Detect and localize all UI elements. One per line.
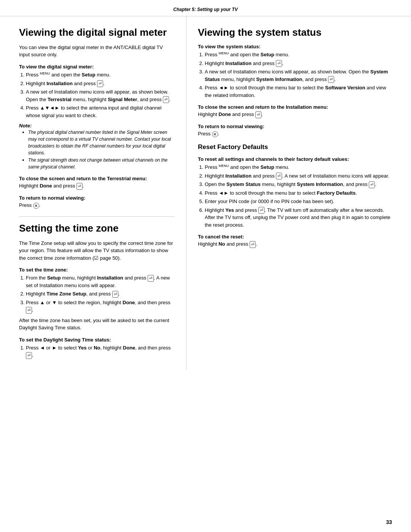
left-column: Viewing the digital signal meter You can… [0,16,186,370]
exit-icon: ✕ [212,131,218,137]
list-item: Press ◄► to scroll through the menu bar … [205,189,392,197]
enter-icon: ⏎ [328,76,334,83]
left-s1-sub2-text: Highlight Done and press ⏎. [19,183,175,190]
list-item: A new set of Installation menu icons wil… [26,88,175,103]
list-item: Open the System Status menu, highlight S… [205,181,392,188]
section-divider [19,216,175,217]
left-section1-intro: You can view the digital signal meter in… [19,44,175,59]
enter-icon: ⏎ [250,241,256,248]
right-s1-sub2-text: Highlight Done and press ⏎. [198,111,392,118]
right-s1-sub1-heading: To view the system status: [198,44,392,49]
list-item: Press ▲ or ▼ to select the region, highl… [26,299,175,314]
left-s2-sub1-steps: From the Setup menu, highlight Installat… [26,274,175,314]
enter-icon: ⏎ [255,111,261,118]
enter-icon: ⏎ [276,173,282,179]
left-s1-sub3-text: Press ✕. [19,202,175,209]
left-section2-intro: The Time Zone setup will allow you to sp… [19,240,175,262]
right-s1-sub3-text: Press ✕. [198,131,392,137]
note-list: The physical digital channel number list… [28,129,175,170]
right-s1-sub3-heading: To return to normal viewing: [198,124,392,129]
list-item: Press MENU and open the Setup menu. [205,51,392,59]
left-section1-title: Viewing the digital signal meter [19,27,175,38]
list-item: Press ◄► to scroll through the menu bar … [205,84,392,99]
note-label: Note: [19,123,175,129]
left-s2-sub1-heading: To set the time zone: [19,267,175,273]
menu-icon: MENU [219,164,229,168]
list-item: Highlight Installation and press ⏎. A ne… [205,172,392,180]
list-item: Press ◄ or ► to select Yes or No, highli… [26,344,175,359]
list-item: From the Setup menu, highlight Installat… [26,274,175,289]
list-item: The physical digital channel number list… [28,129,175,156]
left-s1-sub3-heading: To return to normal viewing: [19,195,175,201]
exit-icon: ✕ [33,203,39,209]
right-column: Viewing the system status To view the sy… [186,16,411,370]
menu-icon: MENU [219,51,229,55]
list-item: A new set of Installation menu icons wil… [205,68,392,83]
left-s1-sub1-heading: To view the digital signal meter: [19,64,175,70]
list-item: Highlight Time Zone Setup, and press ⏎. [26,290,175,298]
right-s2-sub1-heading: To reset all settings and channels to th… [198,156,392,162]
enter-icon: ⏎ [369,181,375,188]
list-item: Press ▲▼◄► to select the antenna input a… [26,104,175,119]
right-s2-sub2-heading: To cancel the reset: [198,234,392,240]
enter-icon: ⏎ [26,352,32,359]
list-item: Press MENU and open the Setup menu. [26,71,175,79]
reset-title: Reset Factory Defaults [198,143,392,151]
enter-icon: ⏎ [258,207,264,214]
right-section1-title: Viewing the system status [198,27,392,38]
note-block: Note: The physical digital channel numbe… [19,123,175,170]
page-header: Chapter 5: Setting up your TV [0,0,411,16]
list-item: Highlight Installation and press ⏎. [205,60,392,67]
left-s2-sub2-steps: Press ◄ or ► to select Yes or No, highli… [26,344,175,359]
menu-icon: MENU [40,71,50,75]
page-number: 33 [386,519,392,525]
list-item: Highlight Installation and press ⏎. [26,80,175,87]
left-s1-sub2-heading: To close the screen and return to the Te… [19,176,175,181]
enter-icon: ⏎ [97,80,103,87]
enter-icon: ⏎ [163,96,169,103]
left-section2-title: Setting the time zone [19,223,175,234]
enter-icon: ⏎ [148,275,154,282]
enter-icon: ⏎ [276,60,282,67]
list-item: The signal strength does not change betw… [28,156,175,170]
right-s1-sub2-heading: To close the screen and return to the In… [198,104,392,110]
right-s1-sub1-steps: Press MENU and open the Setup menu. High… [205,51,392,99]
list-item: Enter your PIN code (or 0000 if no PIN c… [205,198,392,205]
left-s2-sub2-heading: To set the Daylight Saving Time status: [19,337,175,343]
left-s2-after-steps: After the time zone has been set, you wi… [19,317,175,332]
enter-icon: ⏎ [26,307,32,314]
list-item: Highlight Yes and press ⏎. The TV will t… [205,206,392,229]
enter-icon: ⏎ [76,183,83,190]
left-s1-sub1-steps: Press MENU and open the Setup menu. High… [26,71,175,119]
list-item: Press MENU and open the Setup menu. [205,164,392,171]
right-s2-sub2-text: Highlight No and press ⏎. [198,241,392,248]
enter-icon: ⏎ [112,291,118,298]
right-s2-sub1-steps: Press MENU and open the Setup menu. High… [205,164,392,229]
